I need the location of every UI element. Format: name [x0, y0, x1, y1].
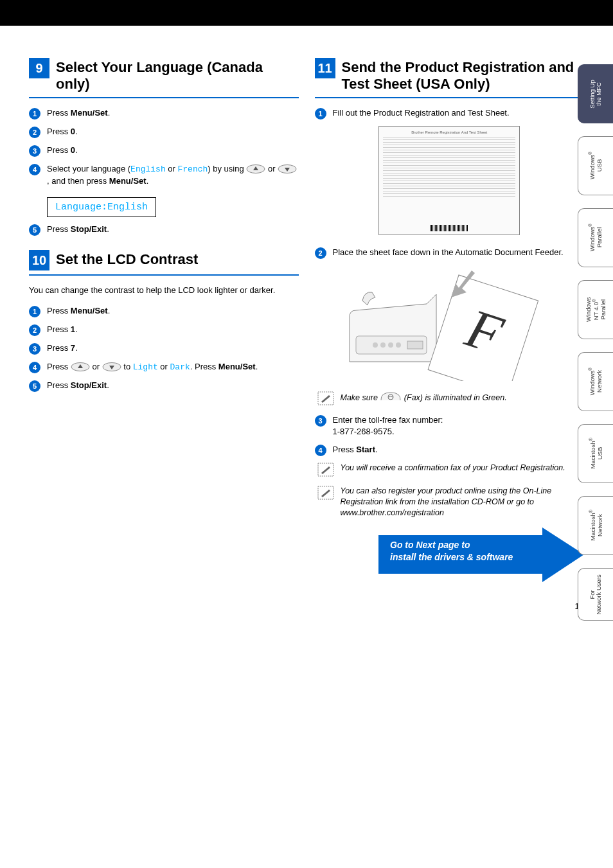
text: Press — [47, 224, 71, 234]
text: (Fax) is illuminated in Green. — [404, 393, 507, 402]
text: Select your language ( — [47, 164, 130, 173]
text: Make sure — [341, 393, 380, 402]
tab-windows-nt40-parallel[interactable]: WindowsNT 4.0®Parallel — [578, 280, 613, 339]
tab-windows-usb[interactable]: Windows®USB — [578, 136, 613, 195]
text: . — [107, 224, 109, 234]
page-number: 11 — [0, 601, 613, 624]
tab-macintosh-usb[interactable]: Macintosh®USB — [578, 424, 613, 483]
text: . — [75, 324, 78, 334]
section-9-number: 9 — [29, 58, 49, 78]
svg-point-7 — [388, 342, 393, 348]
barcode-icon — [430, 225, 468, 231]
text-bold: Stop/Exit — [71, 380, 107, 390]
text: Place the sheet face down in the Automat… — [333, 247, 585, 258]
svg-rect-9 — [407, 341, 423, 349]
text: . — [107, 380, 109, 390]
tab-for-network-users[interactable]: ForNetwork Users — [578, 568, 613, 621]
down-arrow-icon — [278, 164, 297, 173]
step-number: 5 — [29, 380, 40, 392]
down-arrow-icon — [102, 362, 121, 371]
text: . — [108, 306, 111, 315]
text: . Press — [190, 362, 218, 371]
tab-windows-network[interactable]: Windows®Network — [578, 352, 613, 411]
text: . — [375, 445, 378, 454]
step-number: 1 — [29, 108, 40, 120]
text: Press — [47, 127, 71, 136]
note-online-registration: You can also register your product onlin… — [317, 486, 585, 518]
text-bold: 0 — [71, 145, 75, 155]
step-number: 1 — [29, 306, 40, 317]
tab-setting-up-mfc[interactable]: Setting Upthe MFC — [578, 64, 613, 123]
section-11-title: Send the Product Registration and Test S… — [342, 58, 585, 93]
text-bold: Menu/Set — [218, 362, 256, 371]
text: to — [123, 362, 132, 371]
step-number: 4 — [29, 164, 40, 175]
text-bold: Menu/Set — [71, 306, 108, 315]
s11-step-4: 4 Press Start. — [315, 444, 585, 456]
header-black-band — [0, 0, 613, 26]
s10-step-4: 4 Press or to Light or Dark. Press Menu/… — [29, 361, 299, 373]
text: Fill out the Product Registration and Te… — [333, 107, 585, 119]
s10-step-5: 5 Press Stop/Exit. — [29, 380, 299, 392]
s9-step-5: 5 Press Stop/Exit. — [29, 224, 299, 236]
s9-step-3: 3 Press 0. — [29, 145, 299, 157]
note-icon — [317, 463, 334, 477]
lcd-text: English — [130, 164, 166, 174]
s10-step-2: 2 Press 1. — [29, 324, 299, 336]
text: Press — [47, 145, 71, 155]
svg-point-8 — [396, 342, 401, 348]
text: ) by using — [208, 164, 246, 173]
step-number: 3 — [29, 145, 40, 157]
text: Press — [47, 324, 71, 334]
text-bold: Menu/Set — [71, 108, 108, 118]
next-page-line2: install the drivers & software — [390, 551, 513, 563]
section-10-intro: You can change the contrast to help the … — [29, 285, 299, 296]
text: Press — [47, 343, 71, 353]
svg-point-6 — [380, 342, 386, 348]
text: Enter the toll-free fax number: — [333, 414, 585, 426]
s9-step-2: 2 Press 0. — [29, 126, 299, 138]
step-number: 2 — [29, 324, 40, 336]
text: You will receive a confirmation fax of y… — [341, 463, 565, 474]
section-11-number: 11 — [315, 58, 335, 78]
text-bold: 1 — [71, 324, 75, 334]
lcd-text: French — [178, 164, 208, 174]
step-number: 1 — [315, 108, 326, 120]
note-icon — [317, 486, 334, 500]
lcd-display: Language:English — [47, 197, 156, 217]
text: Press — [47, 362, 71, 371]
text: . — [75, 343, 78, 353]
next-page-line1: Go to Next page to — [390, 539, 513, 551]
note-confirmation: You will receive a confirmation fax of y… — [317, 463, 585, 477]
step-number: 2 — [29, 127, 40, 138]
section-10-heading: 10 Set the LCD Contrast — [29, 250, 299, 276]
s10-step-3: 3 Press 7. — [29, 342, 299, 355]
text-bold: 7 — [71, 343, 75, 353]
text: or — [158, 362, 170, 371]
tab-macintosh-network[interactable]: Macintosh®Network — [578, 496, 613, 555]
right-column: 11 Send the Product Registration and Tes… — [315, 58, 585, 582]
text: or — [92, 362, 102, 371]
step-number: 3 — [315, 415, 326, 427]
up-arrow-icon — [246, 164, 265, 173]
text: Press — [47, 306, 71, 315]
text: . — [75, 145, 78, 155]
text-bold: Menu/Set — [109, 176, 147, 186]
next-page-arrow: Go to Next page to install the drivers &… — [378, 527, 584, 582]
step-number: 4 — [315, 445, 326, 456]
section-9-heading: 9 Select Your Language (Canada only) — [29, 58, 299, 98]
step-number: 3 — [29, 343, 40, 355]
text: , and then press — [47, 176, 109, 186]
page-content: 9 Select Your Language (Canada only) 1 P… — [0, 26, 613, 601]
tab-windows-parallel[interactable]: Windows®Parallel — [578, 208, 613, 267]
text: 1-877-268-9575. — [333, 426, 585, 438]
text: . — [108, 108, 111, 118]
section-10-title: Set the LCD Contrast — [56, 250, 198, 268]
s11-step-3: 3 Enter the toll-free fax number: 1-877-… — [315, 414, 585, 438]
up-arrow-icon — [71, 362, 90, 371]
fax-button-icon — [380, 391, 402, 405]
lcd-text: Dark — [170, 362, 190, 372]
text-bold: Stop/Exit — [71, 224, 107, 234]
s9-step-1: 1 Press Menu/Set. — [29, 107, 299, 120]
text: . — [75, 127, 78, 136]
